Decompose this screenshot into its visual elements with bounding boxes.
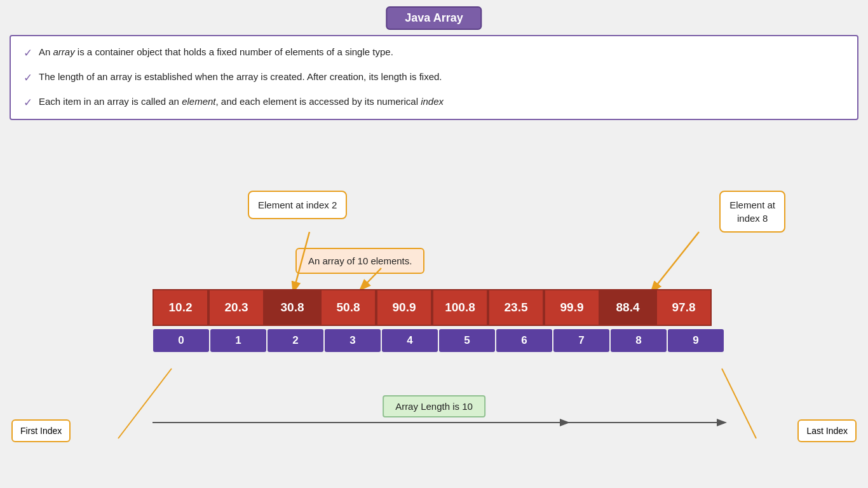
svg-line-3 (118, 369, 172, 438)
cell-0: 10.2 (153, 289, 208, 326)
idx-0: 0 (153, 329, 209, 352)
bullet-2: ✓ The length of an array is established … (24, 70, 844, 86)
idx-2: 2 (268, 329, 323, 352)
callout-index8: Element atindex 8 (719, 191, 785, 233)
check-icon-1: ✓ (24, 46, 32, 61)
first-index-label: First Index (11, 419, 71, 442)
cell-1: 20.3 (208, 289, 264, 326)
idx-8: 8 (611, 329, 667, 352)
bullet-3: ✓ Each item in an array is called an ele… (24, 95, 844, 111)
idx-6: 6 (496, 329, 552, 352)
idx-3: 3 (325, 329, 381, 352)
array-length-label: Array Length is 10 (383, 395, 485, 417)
index-cells: 0 1 2 3 4 5 6 7 8 9 (153, 329, 724, 352)
cell-7: 99.9 (544, 289, 600, 326)
idx-7: 7 (553, 329, 609, 352)
cell-2: 30.8 (264, 289, 320, 326)
cell-3: 50.8 (320, 289, 376, 326)
viz-area: Element at index 2 Element atindex 8 An … (0, 172, 868, 488)
idx-1: 1 (210, 329, 266, 352)
check-icon-3: ✓ (24, 95, 32, 111)
cell-9: 97.8 (656, 289, 712, 326)
callout-array: An array of 10 elements. (295, 248, 424, 274)
bullet-1: ✓ An array is a container object that ho… (24, 45, 844, 61)
cell-4: 90.9 (376, 289, 432, 326)
idx-4: 4 (382, 329, 438, 352)
bullet-3-text: Each item in an array is called an eleme… (39, 95, 444, 108)
array-cells: 10.2 20.3 30.8 50.8 90.9 100.8 23.5 99.9… (153, 289, 712, 326)
bullet-1-text: An array is a container object that hold… (39, 45, 393, 58)
callout-index2: Element at index 2 (248, 191, 347, 219)
cell-5: 100.8 (432, 289, 488, 326)
bullet-2-text: The length of an array is established wh… (39, 70, 442, 83)
check-icon-2: ✓ (24, 71, 32, 86)
cell-6: 23.5 (488, 289, 544, 326)
svg-line-4 (722, 369, 756, 438)
idx-9: 9 (668, 329, 724, 352)
idx-5: 5 (439, 329, 495, 352)
svg-line-1 (652, 232, 699, 291)
cell-8: 88.4 (600, 289, 656, 326)
info-box: ✓ An array is a container object that ho… (10, 35, 858, 120)
last-index-label: Last Index (797, 419, 857, 442)
page-title: Java Array (386, 6, 482, 30)
